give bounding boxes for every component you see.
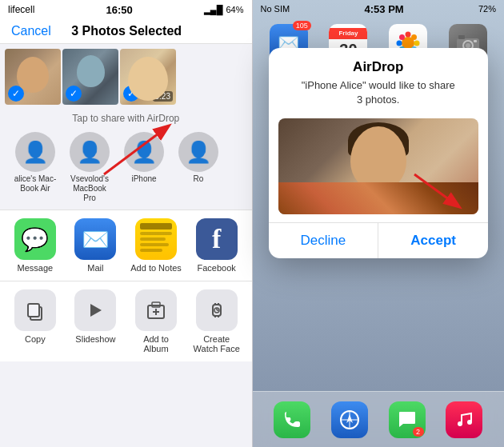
dock-music-icon[interactable] [446, 401, 482, 438]
app-facebook[interactable]: f Facebook [190, 218, 242, 273]
action-watch-face-label: CreateWatch Face [194, 334, 240, 353]
cancel-button[interactable]: Cancel [11, 24, 51, 38]
right-battery: 72% [478, 4, 496, 14]
home-screen: No SIM 4:53 PM 72% ✉️ 105 Mail Friday 30… [253, 0, 505, 447]
svg-rect-27 [458, 35, 465, 39]
photos-strip: ✓ ✓ ✓ 0:23 [0, 44, 252, 110]
dialog-buttons: Decline Accept [269, 222, 489, 258]
svg-point-38 [467, 420, 472, 425]
app-notes-label: Add to Notes [130, 263, 182, 273]
watch-face-icon-box [196, 289, 238, 331]
svg-line-32 [414, 174, 458, 206]
photo-thumb-2[interactable]: ✓ [62, 49, 118, 105]
bottom-dock: 2 [253, 391, 505, 447]
notes-icon [135, 218, 177, 260]
svg-point-23 [411, 34, 417, 40]
dock-messages-icon[interactable]: 2 [389, 401, 426, 438]
svg-point-22 [399, 34, 405, 40]
contact-avatar-alice: 👤 [15, 132, 55, 172]
app-message-label: Message [17, 263, 53, 273]
accept-button[interactable]: Accept [378, 223, 488, 258]
contact-name-alice: alice's Mac-Book Air [14, 174, 56, 194]
check-badge-1: ✓ [8, 86, 24, 102]
dialog-subtitle: "iPhone Alice" would like to share3 phot… [280, 78, 478, 107]
left-time: 16:50 [106, 4, 132, 16]
copy-icon-box [14, 289, 56, 331]
red-arrow-1 [96, 118, 192, 182]
app-message[interactable]: 💬 Message [9, 218, 61, 273]
contact-name-ro: Ro [194, 174, 204, 184]
action-slideshow[interactable]: Slideshow [70, 289, 122, 353]
battery-icon: 64% [226, 5, 243, 14]
right-panel: No SIM 4:53 PM 72% ✉️ 105 Mail Friday 30… [253, 0, 505, 447]
svg-point-37 [458, 421, 462, 426]
red-arrow-accept [406, 166, 470, 214]
action-copy[interactable]: Copy [9, 289, 61, 353]
left-header: Cancel 3 Photos Selected [0, 19, 252, 44]
dock-phone-icon[interactable] [274, 401, 310, 438]
decline-button[interactable]: Decline [269, 223, 379, 258]
action-copy-label: Copy [25, 334, 46, 344]
photos-selected-title: 3 Photos Selected [71, 24, 182, 38]
svg-line-1 [104, 126, 168, 174]
slideshow-icon-box [74, 289, 116, 331]
svg-rect-3 [28, 304, 39, 317]
app-mail[interactable]: ✉️ Mail [70, 218, 122, 273]
play-icon [84, 299, 106, 321]
watch-icon [206, 299, 228, 321]
dialog-title: AirDrop [280, 59, 478, 75]
messages-badge: 2 [413, 427, 424, 437]
dialog-header: AirDrop "iPhone Alice" would like to sha… [269, 48, 489, 110]
check-badge-2: ✓ [66, 86, 82, 102]
action-add-album-label: Add to Album [130, 334, 182, 353]
action-row: Copy Slideshow Add to Album [0, 281, 252, 361]
add-album-icon [145, 299, 167, 321]
add-album-icon-box [135, 289, 177, 331]
action-slideshow-label: Slideshow [75, 334, 115, 344]
copy-icon [24, 299, 46, 321]
svg-rect-30 [474, 40, 477, 42]
share-apps-row: 💬 Message ✉️ Mail Add to Notes f Faceboo… [0, 210, 252, 281]
cal-top: Friday [329, 28, 367, 39]
left-carrier: lifecell [8, 4, 34, 15]
svg-marker-4 [90, 304, 102, 317]
right-time: 4:53 PM [365, 3, 404, 15]
svg-point-21 [414, 41, 420, 46]
right-carrier: No SIM [261, 4, 290, 14]
svg-point-20 [397, 41, 402, 46]
left-panel: lifecell 16:50 ▂▄█ 64% Cancel 3 Photos S… [0, 0, 252, 447]
right-status-bar: No SIM 4:53 PM 72% [253, 0, 505, 18]
action-watch-face[interactable]: CreateWatch Face [190, 289, 242, 353]
messages-icon: 💬 [14, 218, 56, 260]
wifi-icon: ▂▄█ [204, 5, 223, 15]
dock-safari-icon[interactable] [331, 401, 368, 438]
facebook-icon: f [196, 218, 238, 260]
mail-icon: ✉️ [74, 218, 116, 260]
photo-face [350, 126, 406, 190]
video-duration: 0:23 [153, 91, 173, 102]
dialog-photo [278, 118, 479, 214]
contact-alice[interactable]: 👤 alice's Mac-Book Air [11, 132, 59, 203]
action-add-album[interactable]: Add to Album [130, 289, 182, 353]
photo-thumb-1[interactable]: ✓ [5, 49, 61, 105]
app-facebook-label: Facebook [198, 263, 236, 273]
photo-thumb-3[interactable]: ✓ 0:23 [120, 49, 176, 105]
left-status-bar: lifecell 16:50 ▂▄█ 64% [0, 0, 252, 19]
left-battery: ▂▄█ 64% [204, 5, 244, 15]
mail-badge: 105 [293, 21, 311, 30]
airdrop-dialog: AirDrop "iPhone Alice" would like to sha… [269, 48, 489, 258]
check-badge-3: ✓ [123, 86, 139, 102]
app-notes[interactable]: Add to Notes [130, 218, 182, 273]
svg-point-18 [406, 32, 411, 38]
app-mail-label: Mail [87, 263, 103, 273]
